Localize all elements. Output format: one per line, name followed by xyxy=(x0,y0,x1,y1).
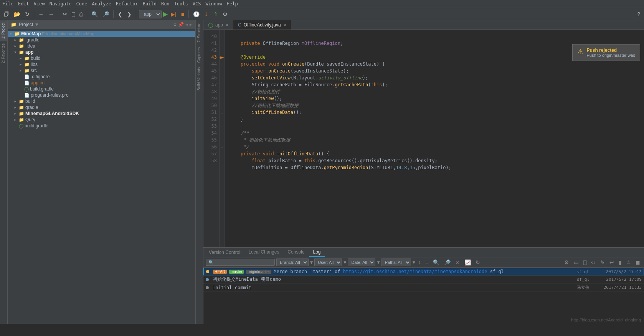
search2-btn[interactable]: 🔎 xyxy=(443,259,452,266)
sidebar-label-favorites[interactable]: 2: Favorites xyxy=(0,41,7,66)
sidebar-build-variants[interactable]: Build Variants xyxy=(196,65,203,93)
copy-log-btn[interactable]: ⎕ xyxy=(582,259,588,266)
forward-btn[interactable]: → xyxy=(47,10,55,18)
tree-item-build[interactable]: ► 📁 build xyxy=(8,98,195,104)
tree-item-idea[interactable]: ► 📁 .idea xyxy=(8,43,195,49)
search-btn[interactable]: 🔍 xyxy=(90,10,99,18)
tab-local-changes[interactable]: Local Changes xyxy=(244,248,283,257)
branch-filter[interactable]: Branch: All xyxy=(276,259,309,266)
open-btn[interactable]: 📂 xyxy=(12,10,22,18)
commit-url[interactable]: https://git.oschina.net/MineData/minemap… xyxy=(343,269,487,274)
tab-console[interactable]: Console xyxy=(284,248,308,257)
tree-item-gradle[interactable]: ► 📁 .gradle xyxy=(8,37,195,43)
breakpoint-43[interactable]: ●► xyxy=(220,54,225,61)
nav-right-btn[interactable]: ❯ xyxy=(125,10,133,18)
fold-56[interactable]: ⌄ xyxy=(220,143,225,150)
fold-53[interactable]: ⌄ xyxy=(220,123,225,130)
pin-panel-btn[interactable]: ◼ xyxy=(634,259,642,266)
menu-vcs[interactable]: VCS xyxy=(193,1,201,7)
filter-active-btn[interactable]: 🔍 xyxy=(431,259,441,266)
menu-help[interactable]: Help xyxy=(227,1,238,7)
fold-51[interactable]: ⌄ xyxy=(220,109,225,116)
gear-settings-icon[interactable]: ⚙ xyxy=(173,22,176,27)
run-btn[interactable]: ▶ xyxy=(163,10,168,18)
diff-btn[interactable]: ⇔ xyxy=(590,259,597,266)
tree-item-minemap-sdk[interactable]: ► 📁 MinemapGLAndroidSDK xyxy=(8,110,195,117)
sidebar-structure[interactable]: 7: Structure xyxy=(196,20,203,45)
tree-item-app-build-gradle[interactable]: ◯ build.gradle xyxy=(8,86,195,92)
menu-run[interactable]: Run xyxy=(161,1,170,7)
tree-item-minemap[interactable]: ▼ 📁 MineMap E:\onlineminemap\MineMap xyxy=(8,31,195,37)
stop-btn[interactable]: ■ xyxy=(180,10,186,18)
tree-item-app[interactable]: ▼ 📁 app xyxy=(8,49,195,55)
panel-toggle-btn[interactable]: ▮ xyxy=(617,259,623,266)
tree-item-app-libs[interactable]: ► 📁 libs xyxy=(8,61,195,68)
debug-btn[interactable]: ▶| xyxy=(169,10,178,18)
menu-navigate[interactable]: Navigate xyxy=(50,1,72,7)
user-filter[interactable]: User: All xyxy=(314,259,342,266)
right-sidebar: 7: Structure Captures Build Variants xyxy=(196,20,203,324)
log-search-input[interactable] xyxy=(206,259,275,266)
tab-app-close[interactable]: ✕ xyxy=(225,23,228,27)
collapse-icon[interactable]: ⇤ xyxy=(190,22,192,27)
graph-btn[interactable]: 📈 xyxy=(463,259,472,266)
tab-offline-close[interactable]: ✕ xyxy=(283,23,286,27)
find-btn[interactable]: 🔎 xyxy=(101,10,111,18)
tab-app[interactable]: ◯ app ✕ xyxy=(203,20,233,30)
log-entry-2[interactable]: Initial commit 马立伟 2017/4/21 11:33 xyxy=(203,284,644,292)
sort-btn[interactable]: ↕ xyxy=(417,259,423,266)
tree-item-root-buildgradle[interactable]: ◯ build.gradle xyxy=(8,123,195,129)
tree-item-gitignore[interactable]: 📄 .gitignore xyxy=(8,74,195,80)
expand-log-btn[interactable]: ▭ xyxy=(572,259,580,266)
menu-view[interactable]: View xyxy=(34,1,45,7)
menu-file[interactable]: File xyxy=(2,1,13,7)
menu-edit[interactable]: Edit xyxy=(18,1,29,7)
push-rejected-notification[interactable]: ⚠ Push rejected Push to origin/master wa… xyxy=(572,44,640,61)
tab-offline-activity[interactable]: C OfflineActivity.java ✕ xyxy=(233,20,291,30)
tab-log[interactable]: Log xyxy=(309,248,324,257)
menu-refactor[interactable]: Refactor xyxy=(116,1,138,7)
paste-btn[interactable]: ⎙ xyxy=(78,10,84,18)
run-config-dropdown[interactable]: app xyxy=(139,10,162,18)
menu-tools[interactable]: Tools xyxy=(174,1,188,7)
menu-window[interactable]: Window xyxy=(205,1,222,7)
tree-item-app-src[interactable]: ► 📁 src xyxy=(8,68,195,74)
undo-log-btn[interactable]: ↩ xyxy=(608,259,616,266)
refresh-btn[interactable]: ↻ xyxy=(474,259,482,266)
close-panel-btn[interactable]: ≟ xyxy=(625,259,632,266)
tree-item-qury[interactable]: ► 📁 Qury xyxy=(8,117,195,123)
line-num-43: 43 xyxy=(206,54,217,61)
edit-log-btn[interactable]: ✎ xyxy=(599,259,606,266)
log-entry-1[interactable]: 初始化提交MineData 项目demo sf_ql 2017/5/2 17:0… xyxy=(203,275,644,284)
menu-code[interactable]: Code xyxy=(76,1,88,7)
log-entry-0[interactable]: HEAD master origin/master Merge branch '… xyxy=(203,268,644,275)
refresh-list-btn[interactable]: ⨯ xyxy=(454,259,461,266)
expand-icon[interactable]: ⇥ xyxy=(185,22,188,27)
tree-item-proguard[interactable]: 📄 proguard-rules.pro xyxy=(8,92,195,98)
tree-item-app-iml[interactable]: 📄 app.iml xyxy=(8,80,195,86)
paths-filter[interactable]: Paths: All xyxy=(381,259,411,266)
new-file-btn[interactable]: 🗍 xyxy=(2,10,11,18)
settings-log-btn[interactable]: ⚙ xyxy=(563,259,571,266)
vcs2-btn[interactable]: ⇓ xyxy=(203,10,210,18)
dropdown-arrow-icon[interactable]: ▼ xyxy=(35,22,38,27)
settings-btn[interactable]: ⚙ xyxy=(221,10,229,18)
sync-btn[interactable]: ↻ xyxy=(23,10,31,18)
sidebar-captures[interactable]: Captures xyxy=(196,45,203,65)
date-filter[interactable]: Date: All xyxy=(348,259,375,266)
back-btn[interactable]: ← xyxy=(37,10,45,18)
sidebar-label-project[interactable]: 1: Project xyxy=(0,20,7,41)
tree-item-gradle-folder[interactable]: ► 📁 gradle xyxy=(8,104,195,110)
nav-left-btn[interactable]: ❮ xyxy=(116,10,124,18)
menu-build[interactable]: Build xyxy=(143,1,157,7)
cut-btn[interactable]: ✂ xyxy=(61,10,69,18)
tree-item-app-build[interactable]: ► 📁 build xyxy=(8,55,195,61)
vcs-btn[interactable]: 🕐 xyxy=(192,10,201,18)
menu-analyze[interactable]: Analyze xyxy=(92,1,111,7)
code-content[interactable]: private OfflineRegion mOfflineRegion; @O… xyxy=(225,30,644,247)
copy-btn[interactable]: ⎕ xyxy=(70,10,76,18)
help-icon-btn[interactable]: ? xyxy=(636,10,642,18)
pin-icon[interactable]: 📌 xyxy=(178,22,184,27)
vcs3-btn[interactable]: ⇑ xyxy=(212,10,220,18)
down-btn[interactable]: ↓ xyxy=(424,259,430,266)
